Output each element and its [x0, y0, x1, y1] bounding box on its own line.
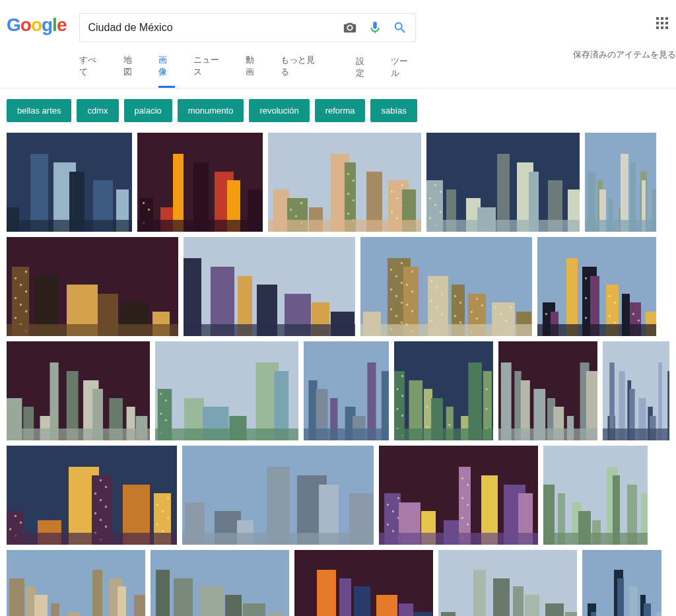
svg-rect-108 — [390, 269, 392, 271]
saved-items-link[interactable]: 保存済みのアイテムを見る — [573, 49, 676, 61]
image-result[interactable] — [603, 341, 669, 440]
svg-rect-225 — [402, 415, 404, 417]
image-result[interactable] — [7, 446, 177, 545]
svg-rect-281 — [105, 526, 107, 528]
chip-revolución[interactable]: revolución — [249, 99, 309, 122]
search-icon[interactable] — [393, 20, 407, 35]
svg-rect-132 — [436, 287, 438, 289]
image-result[interactable] — [7, 133, 132, 232]
svg-rect-264 — [603, 428, 669, 440]
svg-rect-86 — [15, 317, 17, 319]
image-result[interactable] — [268, 133, 421, 232]
svg-rect-50 — [440, 191, 442, 193]
tab-maps[interactable]: 地図 — [123, 54, 140, 88]
svg-rect-153 — [510, 306, 512, 308]
image-result[interactable] — [582, 550, 661, 616]
svg-rect-337 — [543, 533, 648, 545]
chip-reforma[interactable]: reforma — [315, 99, 366, 122]
tab-news[interactable]: ニュース — [193, 54, 227, 88]
chip-bellas-artes[interactable]: bellas artes — [7, 99, 71, 122]
svg-rect-116 — [390, 308, 392, 310]
apps-icon[interactable] — [656, 17, 669, 30]
image-result[interactable] — [7, 550, 145, 616]
svg-rect-152 — [494, 306, 496, 308]
svg-rect-49 — [434, 184, 436, 186]
camera-icon[interactable] — [343, 20, 357, 35]
chip-cdmx[interactable]: cdmx — [77, 99, 118, 122]
image-result[interactable] — [7, 237, 178, 336]
svg-rect-84 — [20, 304, 22, 306]
chip-monumento[interactable]: monumento — [178, 99, 244, 122]
image-result[interactable] — [498, 341, 597, 440]
svg-rect-360 — [317, 570, 336, 616]
image-result[interactable] — [137, 133, 263, 232]
svg-rect-267 — [15, 515, 17, 517]
search-area: すべて 地図 画像 ニュース 動画 もっと見る 設定 ツール — [79, 13, 416, 88]
image-result[interactable] — [155, 341, 298, 440]
image-result[interactable] — [438, 550, 577, 616]
image-result[interactable] — [360, 237, 532, 336]
image-result[interactable] — [426, 133, 580, 232]
image-result[interactable] — [379, 446, 538, 545]
svg-rect-289 — [167, 517, 169, 519]
svg-rect-54 — [429, 217, 431, 219]
svg-rect-124 — [406, 284, 408, 286]
svg-rect-293 — [7, 533, 177, 545]
svg-rect-316 — [461, 477, 463, 479]
image-result[interactable] — [304, 341, 389, 440]
result-row — [7, 341, 669, 440]
svg-rect-373 — [525, 595, 539, 616]
image-result[interactable] — [182, 446, 374, 545]
tab-more[interactable]: もっと見る — [281, 54, 322, 88]
svg-rect-199 — [160, 393, 162, 395]
svg-rect-80 — [15, 277, 17, 279]
google-logo[interactable]: Google — [7, 13, 66, 36]
image-result[interactable] — [294, 550, 433, 616]
svg-rect-343 — [67, 612, 79, 616]
svg-rect-159 — [360, 324, 532, 336]
svg-rect-107 — [401, 262, 403, 264]
svg-rect-342 — [51, 603, 59, 616]
svg-rect-39 — [391, 191, 393, 193]
tab-videos[interactable]: 動画 — [246, 54, 262, 88]
svg-rect-275 — [105, 486, 107, 488]
svg-rect-269 — [9, 528, 11, 530]
svg-rect-135 — [436, 306, 438, 308]
image-result[interactable] — [7, 341, 150, 440]
svg-rect-140 — [454, 295, 456, 297]
svg-rect-241 — [394, 428, 493, 440]
search-input[interactable] — [88, 22, 343, 34]
image-result[interactable] — [151, 550, 289, 616]
image-result[interactable] — [184, 237, 355, 336]
voice-icon[interactable] — [368, 20, 382, 35]
svg-rect-162 — [545, 313, 547, 315]
svg-rect-79 — [25, 271, 27, 273]
svg-rect-53 — [440, 211, 442, 213]
svg-rect-386 — [656, 612, 661, 616]
svg-rect-32 — [347, 193, 349, 195]
svg-rect-340 — [26, 586, 36, 616]
svg-rect-33 — [353, 199, 355, 201]
tab-images[interactable]: 画像 — [158, 54, 175, 88]
image-result[interactable] — [537, 237, 656, 336]
svg-rect-252 — [498, 428, 597, 440]
settings-link[interactable]: 設定 — [356, 55, 372, 87]
image-result[interactable] — [394, 341, 493, 440]
svg-rect-368 — [441, 612, 456, 616]
image-result[interactable] — [585, 133, 656, 232]
svg-rect-221 — [402, 375, 404, 377]
image-result[interactable] — [543, 446, 648, 545]
svg-rect-94 — [7, 324, 178, 336]
svg-rect-19 — [137, 220, 263, 232]
svg-rect-201 — [160, 413, 162, 415]
svg-rect-112 — [390, 289, 392, 291]
chip-palacio[interactable]: palacio — [124, 99, 172, 122]
svg-rect-202 — [165, 419, 167, 421]
tools-link[interactable]: ツール — [391, 55, 416, 87]
svg-rect-38 — [401, 184, 403, 186]
svg-rect-83 — [15, 297, 17, 299]
tab-all[interactable]: すべて — [79, 54, 104, 88]
chip-sabías[interactable]: sabías — [370, 99, 417, 122]
svg-rect-142 — [454, 315, 456, 317]
svg-rect-319 — [467, 504, 469, 506]
